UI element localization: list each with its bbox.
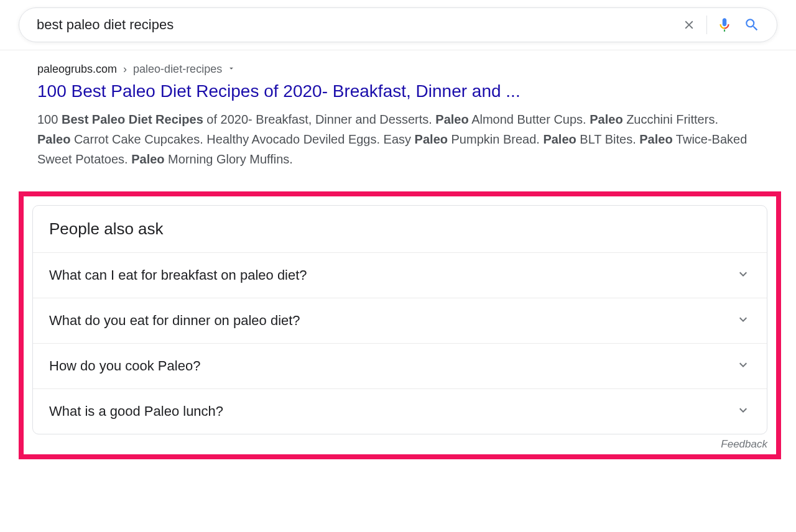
- clear-button[interactable]: [675, 11, 703, 39]
- url-domain: paleogrubs.com: [37, 63, 117, 76]
- feedback-link[interactable]: Feedback: [32, 438, 767, 451]
- expand-toggle: [736, 267, 751, 284]
- paa-question-text: What can I eat for breakfast on paleo di…: [49, 267, 307, 283]
- people-also-ask-header: People also ask: [33, 206, 767, 253]
- search-button[interactable]: [738, 11, 766, 39]
- paa-question-text: What do you eat for dinner on paleo diet…: [49, 313, 300, 329]
- result-snippet: 100 Best Paleo Diet Recipes of 2020- Bre…: [37, 109, 752, 169]
- paa-question-item[interactable]: How do you cook Paleo?: [33, 344, 767, 389]
- search-icon: [744, 17, 760, 33]
- paa-question-text: What is a good Paleo lunch?: [49, 403, 223, 420]
- paa-question-item[interactable]: What do you eat for dinner on paleo diet…: [33, 298, 767, 344]
- expand-toggle: [736, 403, 751, 420]
- url-path: paleo-diet-recipes: [133, 63, 222, 76]
- search-bar-container: [0, 0, 796, 50]
- result-title-link[interactable]: 100 Best Paleo Diet Recipes of 2020- Bre…: [37, 80, 777, 103]
- search-bar: [19, 7, 777, 42]
- search-input[interactable]: [37, 17, 675, 33]
- caret-down-icon: [227, 64, 236, 73]
- chevron-down-icon: [736, 403, 751, 418]
- chevron-down-icon: [736, 312, 751, 327]
- microphone-icon: [716, 17, 733, 33]
- divider: [706, 16, 707, 34]
- expand-toggle: [736, 357, 751, 375]
- chevron-down-icon: [736, 357, 751, 372]
- people-also-ask-box: People also ask What can I eat for break…: [32, 205, 767, 434]
- paa-question-item[interactable]: What can I eat for breakfast on paleo di…: [33, 253, 767, 298]
- chevron-down-icon: [736, 267, 751, 282]
- result-url-breadcrumb[interactable]: paleogrubs.com › paleo-diet-recipes: [37, 63, 777, 76]
- result-options-dropdown[interactable]: [227, 63, 236, 76]
- expand-toggle: [736, 312, 751, 329]
- results-area: paleogrubs.com › paleo-diet-recipes 100 …: [0, 50, 796, 169]
- annotation-highlight-box: People also ask What can I eat for break…: [19, 191, 781, 459]
- paa-question-text: How do you cook Paleo?: [49, 358, 200, 374]
- search-actions: [675, 11, 766, 39]
- url-separator: ›: [123, 63, 127, 76]
- voice-search-button[interactable]: [711, 11, 738, 39]
- close-icon: [682, 18, 696, 32]
- paa-question-item[interactable]: What is a good Paleo lunch?: [33, 389, 767, 434]
